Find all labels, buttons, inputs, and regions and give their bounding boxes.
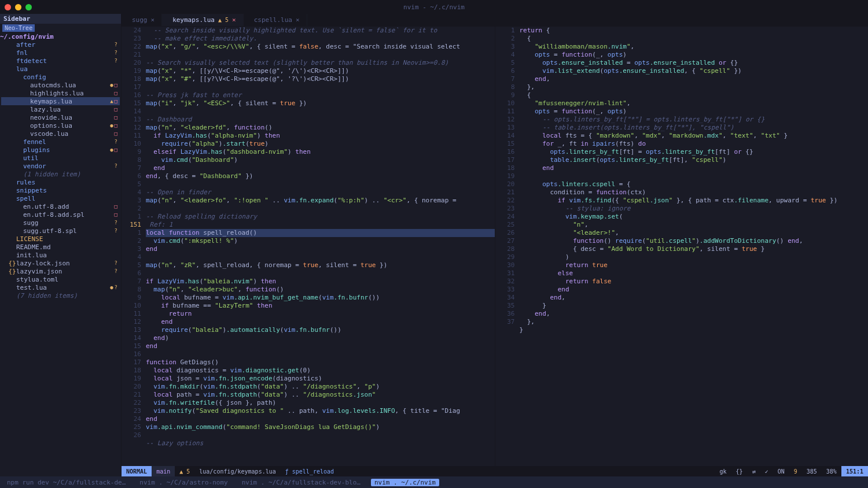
close-icon[interactable]: × <box>296 16 300 24</box>
tree-item[interactable]: neovide.lua□ <box>1 113 120 121</box>
tree-item-label: lazyvim.json <box>16 268 115 275</box>
traffic-lights <box>5 4 32 10</box>
tree-status: ? <box>115 228 117 234</box>
tree-item[interactable]: keymaps.lua▲□ <box>1 97 120 105</box>
pane-left[interactable]: 2423222120191817161514131211109876543211… <box>122 27 495 466</box>
tree-status: ? <box>115 220 117 225</box>
tree-status: □ <box>115 90 117 96</box>
tree-item-label: util <box>23 154 117 162</box>
tree-status: □ <box>115 204 117 209</box>
tree-item-label: test.lua <box>16 284 110 291</box>
tree-item[interactable]: (7 hidden items) <box>1 291 120 300</box>
tmux-window[interactable]: nvim . ~/C/a/astro-nomy <box>136 479 231 486</box>
tab[interactable]: keymaps.lua▲ 5× <box>162 14 244 26</box>
tree-item[interactable]: lazy.lua□ <box>1 105 120 113</box>
tree-item-label: (1 hidden item) <box>23 171 117 178</box>
tree-item[interactable]: highlights.lua□ <box>1 89 120 97</box>
sl-branch: main <box>152 466 175 476</box>
tree-item[interactable]: fennel? <box>1 138 120 146</box>
tree-item[interactable]: init.lua <box>1 251 120 259</box>
tree-item[interactable]: ftdetect? <box>1 57 120 65</box>
sidebar-header: Sidebar <box>0 14 121 24</box>
tree-status: ▲□ <box>110 98 117 104</box>
maximize-window-button[interactable] <box>25 4 32 10</box>
code-left[interactable]: -- Search inside visually highlighted te… <box>146 27 495 466</box>
tree-item[interactable]: after? <box>1 40 120 49</box>
sl-pct: 38% <box>822 466 841 476</box>
tree-item[interactable]: (1 hidden item) <box>1 170 120 178</box>
tree-item-label: snippets <box>16 187 117 194</box>
tree-status: ●? <box>110 284 117 290</box>
tree-item[interactable]: stylua.toml <box>1 275 120 283</box>
tree-item-label: sugg.utf-8.spl <box>23 227 115 235</box>
titlebar: nvim - ~/.c/nvim <box>0 0 868 14</box>
tree-item[interactable]: fnl? <box>1 49 120 57</box>
tree-item-label: neovide.lua <box>30 114 115 121</box>
tree-item-label: LICENSE <box>16 235 117 243</box>
tree-root-label: ~/.config/nvim <box>0 33 119 40</box>
tree-status: ●□ <box>110 123 117 128</box>
tree-item[interactable]: rules <box>1 178 120 186</box>
close-window-button[interactable] <box>5 4 11 10</box>
tree-item-label: (7 hidden items) <box>16 292 117 300</box>
minimize-window-button[interactable] <box>15 4 21 10</box>
tree-root[interactable]: ~/.config/nvim <box>0 32 121 40</box>
sl-braces: {} <box>731 466 748 476</box>
tree-item[interactable]: sugg.utf-8.spl? <box>1 227 120 235</box>
tree-item[interactable]: spell <box>1 194 120 202</box>
tree-item-label: README.md <box>16 243 117 251</box>
tree-item[interactable]: autocmds.lua●□ <box>1 81 120 89</box>
json-icon: {} <box>8 260 16 267</box>
tmux-window[interactable]: npm run dev ~/C/a/fullstack-de… <box>3 479 129 486</box>
sl-shuffle: ⇄ <box>748 466 760 476</box>
neo-tree-label: Neo-Tree <box>2 24 35 32</box>
sl-gk: gk <box>715 466 731 476</box>
tree-item-label: keymaps.lua <box>30 98 110 105</box>
json-icon: {} <box>8 268 16 275</box>
tree-item[interactable]: snippets <box>1 186 120 194</box>
tmux-window[interactable]: nvim . ~/.c/nvim <box>371 479 439 486</box>
editor-panes: 2423222120191817161514131211109876543211… <box>122 27 868 466</box>
tree-item[interactable]: README.md <box>1 243 120 251</box>
sidebar: Sidebar Neo-Tree ~/.config/nvim after? f… <box>0 14 122 476</box>
pane-right[interactable]: 1234567891011121314151617181920212223242… <box>495 27 869 466</box>
gutter-right: 1234567891011121314151617181920212223242… <box>495 27 520 466</box>
tree-status: □ <box>115 106 117 112</box>
tab[interactable]: cspell.lua× <box>244 14 307 26</box>
tree-item-label: lazy.lua <box>30 106 115 113</box>
tree-item[interactable]: config <box>1 73 120 81</box>
tree-item[interactable]: sugg? <box>1 219 120 227</box>
tree-status: ? <box>115 260 117 266</box>
tree-item[interactable]: LICENSE <box>1 235 120 243</box>
tree-item-label: init.lua <box>16 252 117 259</box>
tree-item[interactable]: en.utf-8.add.spl□ <box>1 210 120 219</box>
tree-item-label: vendor <box>23 162 115 170</box>
code-right[interactable]: return { { "williamboman/mason.nvim", op… <box>520 27 869 466</box>
close-icon[interactable]: × <box>151 16 155 24</box>
tree-item[interactable]: {}lazyvim.json? <box>1 267 120 275</box>
tree-item[interactable]: vscode.lua□ <box>1 130 120 138</box>
tree-item-label: spell <box>16 195 117 202</box>
tree-status: □ <box>115 114 117 120</box>
tree-item[interactable]: test.lua●? <box>1 283 120 291</box>
tree-item[interactable]: lua <box>1 65 120 73</box>
main-area: Sidebar Neo-Tree ~/.config/nvim after? f… <box>0 14 868 476</box>
tree-status: □ <box>115 212 117 217</box>
tree-item[interactable]: plugins●□ <box>1 146 120 154</box>
tree-item[interactable]: {}lazy-lock.json? <box>1 259 120 267</box>
tree-status: ●□ <box>110 147 117 153</box>
tab-label: cspell.lua <box>254 16 292 24</box>
tree-item[interactable]: util <box>1 154 120 162</box>
tree-item-label: rules <box>16 179 117 186</box>
sl-diagnostics: ▲ 5 <box>175 466 194 476</box>
tree-item-label: ftdetect <box>16 57 115 65</box>
tab-badge: ▲ 5 <box>218 17 229 23</box>
tab[interactable]: sugg× <box>122 14 162 26</box>
tree-item-label: vscode.lua <box>30 130 115 138</box>
tree-item[interactable]: en.utf-8.add□ <box>1 202 120 210</box>
tree-item[interactable]: vendor? <box>1 162 120 170</box>
tree-item-label: sugg <box>23 219 115 227</box>
tree-item[interactable]: options.lua●□ <box>1 121 120 130</box>
tmux-window[interactable]: nvim . ~/C/a/fullstack-dev-blo… <box>238 479 364 486</box>
close-icon[interactable]: × <box>232 16 236 24</box>
